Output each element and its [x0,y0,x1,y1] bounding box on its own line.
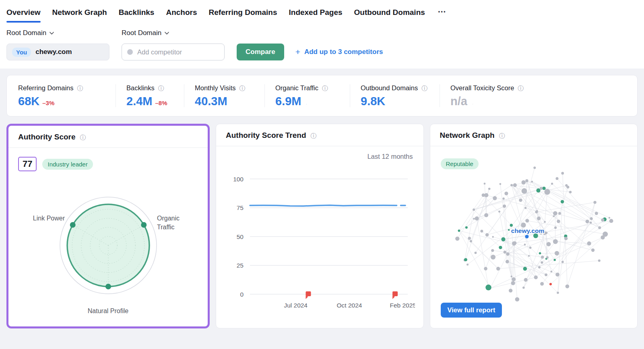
svg-text:75: 75 [237,204,244,211]
metric-delta: –8% [155,100,167,107]
info-icon[interactable]: ⓘ [499,133,505,139]
authority-score-content: 77 Industry leader Link Power Organic Tr… [8,148,208,328]
primary-domain-input[interactable]: You chewy.com [6,44,109,60]
toxicity-score-dropdown[interactable]: n/a [450,96,618,107]
scope-label: Root Domain [6,29,46,37]
trend-chart-area: Last 12 months 0255075100Jul 2024Oct 202… [216,146,423,328]
authority-score-value: 77 [18,157,37,171]
chevron-down-icon [165,32,169,35]
svg-text:0: 0 [240,291,244,298]
trend-range-label: Last 12 months [226,153,414,160]
info-icon[interactable]: ⓘ [158,85,164,91]
add-competitor-input[interactable] [137,48,219,56]
info-icon[interactable]: ⓘ [239,85,245,91]
metric-label: Backlinks [126,84,155,92]
tab-label: Network Graph [52,8,107,17]
info-icon[interactable]: ⓘ [322,85,328,91]
axis-label-organic-traffic: Organic Traffic [157,214,193,231]
metric-outbound-domains: Outbound Domains ⓘ 9.8K [350,84,440,107]
tab-anchors[interactable]: Anchors [166,3,197,23]
competitor-column: Root Domain [122,29,225,60]
reputable-badge: Reputable [441,158,479,169]
radar-chart-svg [16,185,201,310]
tab-label: Overview [6,8,41,17]
info-icon[interactable]: ⓘ [311,133,317,139]
authority-score-trend-card: Authority Score Trend ⓘ Last 12 months 0… [216,124,424,328]
widget-cards-row: Authority Score ⓘ 77 Industry leader Lin… [6,124,638,328]
info-icon[interactable]: ⓘ [77,85,83,91]
more-tabs-button[interactable]: ••• [437,4,448,22]
chevron-down-icon [50,32,54,35]
tab-label: Outbound Domains [354,8,425,17]
top-section: Overview Network Graph Backlinks Anchors… [0,0,644,69]
svg-text:Jul 2024: Jul 2024 [284,302,308,309]
svg-text:Feb 2025: Feb 2025 [390,302,415,309]
svg-text:100: 100 [233,176,244,183]
filter-bar: Root Domain You chewy.com Root Domain Co… [6,29,634,60]
organic-traffic-dropdown[interactable]: 6.9M [275,96,342,107]
metric-backlinks: Backlinks ⓘ 2.4M –8% [116,84,184,107]
info-icon[interactable]: ⓘ [421,85,427,91]
tab-referring-domains[interactable]: Referring Domains [209,3,277,23]
add-competitors-label: Add up to 3 competitors [304,48,383,56]
competitor-dot-icon [127,49,133,55]
scope-label: Root Domain [122,29,161,37]
metric-delta: –3% [42,100,54,107]
metric-overall-toxicity-score: Overall Toxicity Score ⓘ n/a [440,84,626,107]
axis-label-natural-profile: Natural Profile [18,307,198,316]
tab-label: Indexed Pages [289,8,343,17]
scope-dropdown-competitor[interactable]: Root Domain [122,29,225,37]
svg-text:chewy.com: chewy.com [511,227,544,234]
card-title: Network Graph [440,131,495,140]
card-title: Authority Score [18,133,76,141]
scope-dropdown-primary[interactable]: Root Domain [6,29,109,37]
metric-value: n/a [450,96,467,107]
tab-outbound-domains[interactable]: Outbound Domains [354,3,425,23]
tab-indexed-pages[interactable]: Indexed Pages [289,3,343,23]
metric-value: 68K [18,96,39,107]
network-scatter-graph: chewy.com [430,146,638,328]
metric-monthly-visits: Monthly Visits ⓘ 40.3M [184,84,264,107]
info-icon[interactable]: ⓘ [518,85,524,91]
primary-domain-value: chewy.com [35,48,72,56]
tab-overview[interactable]: Overview [6,3,41,23]
tab-label: Anchors [166,8,197,17]
card-title: Authority Score Trend [226,131,306,140]
info-icon[interactable]: ⓘ [80,134,86,140]
metric-label: Referring Domains [18,84,74,92]
add-competitors-link[interactable]: + Add up to 3 competitors [295,48,383,56]
chevron-down-icon [304,104,309,107]
metric-label: Overall Toxicity Score [450,84,514,92]
main-content: Referring Domains ⓘ 68K –3% Backlinks ⓘ … [0,69,644,337]
tab-backlinks[interactable]: Backlinks [119,3,155,23]
metric-organic-traffic: Organic Traffic ⓘ 6.9M [264,84,350,107]
metric-value: 6.9M [275,96,301,107]
svg-text:50: 50 [237,233,244,240]
network-graph-area: Reputable chewy.com View full report [430,146,638,328]
trend-line-chart: 0255075100Jul 2024Oct 2024Feb 2025 [226,164,415,322]
axis-label-link-power: Link Power [29,214,65,223]
view-full-report-button[interactable]: View full report [441,303,502,318]
metrics-summary-card: Referring Domains ⓘ 68K –3% Backlinks ⓘ … [6,75,638,116]
network-graph-card: Network Graph ⓘ Reputable chewy.com View… [430,124,638,328]
you-badge: You [12,48,31,57]
metric-referring-domains: Referring Domains ⓘ 68K –3% [18,84,116,107]
metric-label: Outbound Domains [361,84,418,92]
metric-label: Monthly Visits [195,84,235,92]
metric-value: 2.4M [126,96,152,107]
metric-value: 9.8K [361,96,385,107]
tab-label: Referring Domains [209,8,277,17]
compare-button[interactable]: Compare [237,44,284,60]
metric-value: 40.3M [195,96,227,107]
plus-icon: + [295,48,300,56]
chevron-down-icon [470,104,475,107]
competitor-input-wrap [122,44,225,60]
svg-text:Oct 2024: Oct 2024 [337,302,362,309]
authority-score-card: Authority Score ⓘ 77 Industry leader Lin… [6,124,210,328]
tab-network-graph[interactable]: Network Graph [52,3,107,23]
primary-domain-column: Root Domain You chewy.com [6,29,109,60]
svg-text:25: 25 [237,262,244,269]
industry-leader-badge: Industry leader [42,159,93,170]
authority-score-radar-chart: Link Power Organic Traffic Natural Profi… [18,174,198,328]
ellipsis-icon: ••• [438,9,446,15]
